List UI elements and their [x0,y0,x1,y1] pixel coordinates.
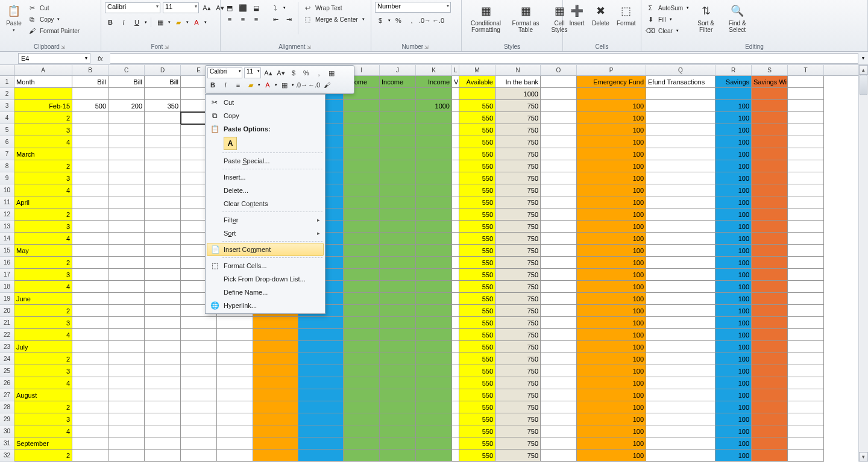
conditional-formatting-button[interactable]: ▦Conditional Formatting [465,2,506,34]
cell-Q11[interactable] [646,196,715,208]
cell-I26[interactable] [344,377,380,389]
cell-T18[interactable] [788,281,824,293]
menu-pick-from-list[interactable]: Pick From Drop-down List... [207,272,324,286]
cell-R18[interactable]: 100 [715,281,752,293]
cell-H23[interactable] [298,341,344,353]
select-all-cell[interactable] [0,65,14,75]
row-header[interactable]: 9 [0,172,14,184]
cell-M16[interactable]: 550 [459,257,495,269]
dialog-launcher-icon[interactable]: ⇲ [423,45,430,50]
currency-icon[interactable]: $ [375,15,386,26]
cell-C10[interactable] [108,184,145,196]
decrease-decimal-icon[interactable]: ←.0 [309,80,319,90]
row-header[interactable]: 20 [0,305,14,317]
cell-Q6[interactable] [646,136,715,148]
cell-F21[interactable] [217,317,253,329]
cell-P3[interactable]: 100 [577,100,646,112]
cell-I14[interactable] [344,233,380,245]
cell-J32[interactable] [380,450,416,462]
cell-T27[interactable] [788,389,824,401]
cell-N17[interactable]: 750 [495,269,541,281]
row-header[interactable]: 25 [0,365,14,377]
cell-Q31[interactable] [646,437,715,450]
cell-K10[interactable] [416,184,452,196]
cell-A10[interactable]: 4 [14,184,72,196]
fill-button[interactable]: ⬇Fill▾ [645,14,689,25]
increase-decimal-icon[interactable]: .0→ [420,15,430,26]
cell-P23[interactable]: 100 [577,341,646,353]
cell-C22[interactable] [108,329,145,341]
cell-D2[interactable] [145,88,181,100]
cell-B21[interactable] [72,317,108,329]
cell-N15[interactable]: 750 [495,245,541,257]
cell-D31[interactable] [145,437,181,450]
cell-S14[interactable] [752,233,788,245]
cell-B26[interactable] [72,377,108,389]
menu-insert[interactable]: Insert... [207,171,324,184]
cell-B11[interactable] [72,196,108,208]
row-header[interactable]: 23 [0,341,14,353]
cell-G24[interactable] [253,353,298,365]
cell-P30[interactable]: 100 [577,425,646,437]
cell-A11[interactable]: April [14,196,72,208]
cell-J25[interactable] [380,365,416,377]
cell-N5[interactable]: 750 [495,124,541,136]
cell-I9[interactable] [344,172,380,184]
cell-D3[interactable]: 350 [145,100,181,112]
bold-button[interactable]: B [207,80,218,90]
cell-J7[interactable] [380,148,416,160]
cell-L1[interactable]: V [452,76,459,88]
cell-F23[interactable] [217,341,253,353]
cell-B15[interactable] [72,245,108,257]
paste-button[interactable]: 📋 Paste ▾ [4,2,24,34]
cell-D18[interactable] [145,281,181,293]
cell-T32[interactable] [788,450,824,462]
cell-G28[interactable] [253,401,298,413]
cell-T5[interactable] [788,124,824,136]
cell-K6[interactable] [416,136,452,148]
cell-J9[interactable] [380,172,416,184]
cell-O4[interactable] [541,112,577,124]
cell-F25[interactable] [217,365,253,377]
cell-N1[interactable]: In the bank [495,76,541,88]
cell-B13[interactable] [72,221,108,233]
cell-G31[interactable] [253,437,298,450]
cell-O18[interactable] [541,281,577,293]
align-left-icon[interactable]: ≡ [224,14,235,25]
cell-T1[interactable] [788,76,824,88]
cell-P12[interactable]: 100 [577,208,646,221]
cell-C19[interactable] [108,293,145,305]
cut-button[interactable]: ✂Cut [27,2,80,13]
cell-L12[interactable] [452,208,459,221]
cell-K24[interactable] [416,353,452,365]
cell-P21[interactable]: 100 [577,317,646,329]
cell-T4[interactable] [788,112,824,124]
cell-M9[interactable]: 550 [459,172,495,184]
merge-center-button[interactable]: ⬚Merge & Center▾ [302,14,365,25]
cell-J4[interactable] [380,112,416,124]
cell-D14[interactable] [145,233,181,245]
currency-icon[interactable]: $ [288,67,299,78]
cell-S30[interactable] [752,425,788,437]
cell-R31[interactable]: 100 [715,437,752,450]
cell-I3[interactable] [344,100,380,112]
cell-K1[interactable]: Income [416,76,452,88]
cell-S2[interactable] [752,88,788,100]
cell-M6[interactable]: 550 [459,136,495,148]
cell-M24[interactable]: 550 [459,353,495,365]
cell-O14[interactable] [541,233,577,245]
cell-D25[interactable] [145,365,181,377]
cell-J29[interactable] [380,413,416,425]
cell-K8[interactable] [416,160,452,172]
cell-L7[interactable] [452,148,459,160]
format-painter-icon[interactable]: 🖌 [321,80,332,90]
autosum-button[interactable]: ΣAutoSum▾ [645,2,689,13]
cell-G25[interactable] [253,365,298,377]
cell-I10[interactable] [344,184,380,196]
cell-K29[interactable] [416,413,452,425]
increase-indent-icon[interactable]: ⇥ [283,14,294,25]
cell-L4[interactable] [452,112,459,124]
orientation-icon[interactable]: ⤵ [270,2,281,13]
cell-Q26[interactable] [646,377,715,389]
cell-L9[interactable] [452,172,459,184]
